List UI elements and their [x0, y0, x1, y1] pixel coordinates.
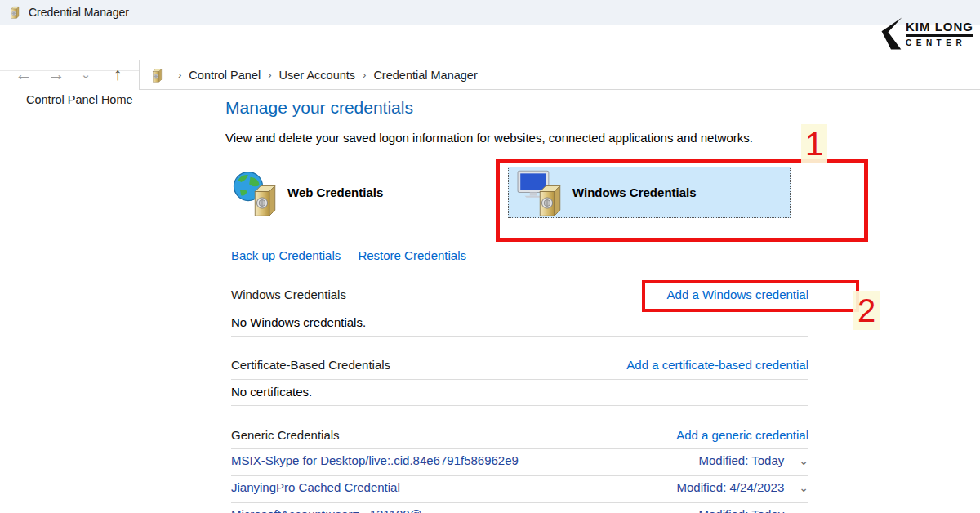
- add-certificate-credential-link[interactable]: Add a certificate-based credential: [626, 358, 808, 372]
- empty-message: No Windows credentials.: [231, 315, 366, 329]
- divider: [231, 405, 808, 406]
- tile-web-credentials[interactable]: Web Credentials: [232, 167, 383, 218]
- credential-modified: Modified: Today: [698, 507, 784, 513]
- web-credentials-icon: [232, 168, 281, 217]
- certificate-credentials-section-header: Certificate-Based Credentials Add a cert…: [231, 358, 808, 372]
- credential-name: MicrosoftAccount:user=...131100@...: [231, 507, 432, 513]
- credential-meta: Modified: Today ⌄: [698, 453, 808, 467]
- breadcrumb: › Control Panel › User Accounts › Creden…: [139, 60, 980, 90]
- logo-text: KIM LONG CENTER: [906, 20, 973, 47]
- vault-icon: [245, 183, 279, 217]
- back-icon[interactable]: ←: [10, 63, 38, 86]
- chevron-down-icon[interactable]: ⌄: [799, 481, 808, 494]
- breadcrumb-separator-icon: ›: [178, 69, 181, 81]
- credential-meta: Modified: Today ⌄: [698, 507, 808, 513]
- divider: [231, 448, 808, 449]
- navigation-toolbar: ← → ⌄ ↑ › Control Panel › User Accounts …: [0, 25, 980, 71]
- certificate-credentials-empty-row: No certificates.: [231, 385, 808, 399]
- breadcrumb-item-control-panel[interactable]: Control Panel: [189, 69, 261, 82]
- forward-icon[interactable]: →: [42, 63, 70, 86]
- annotation-box-2: [642, 280, 859, 312]
- annotation-step-2: 2: [853, 291, 880, 330]
- credential-manager-app-icon: [7, 6, 20, 19]
- credential-modified: Modified: Today: [698, 453, 784, 467]
- chevron-down-icon[interactable]: ⌄: [799, 508, 808, 513]
- credential-row-microsoft-account[interactable]: MicrosoftAccount:user=...131100@... Modi…: [231, 507, 808, 513]
- breadcrumb-separator-icon: ›: [363, 69, 366, 81]
- section-title: Certificate-Based Credentials: [231, 358, 390, 372]
- divider: [231, 336, 808, 337]
- tile-label: Web Credentials: [287, 185, 383, 199]
- add-generic-credential-link[interactable]: Add a generic credential: [676, 428, 808, 442]
- credential-manager-window: Credential Manager ← → ⌄ ↑ › Control Pan…: [0, 0, 980, 513]
- window-title: Credential Manager: [29, 6, 129, 19]
- credential-modified: Modified: 4/24/2023: [677, 480, 785, 494]
- kim-long-center-watermark: KIM LONG CENTER: [879, 16, 973, 51]
- credential-toolbar-links: Back up Credentials Restore Credentials: [231, 248, 480, 262]
- credential-name: MSIX-Skype for Desktop/live:.cid.84e6791…: [231, 453, 519, 467]
- backup-credentials-link[interactable]: Back up Credentials: [231, 248, 341, 262]
- backup-rest: ack up Credentials: [239, 248, 341, 262]
- credential-name: JianyingPro Cached Credential: [231, 480, 400, 494]
- annotation-step-1: 1: [801, 124, 827, 163]
- location-vault-icon[interactable]: [149, 68, 163, 83]
- divider: [231, 502, 808, 503]
- windows-credentials-empty-row: No Windows credentials.: [231, 315, 808, 329]
- section-title: Generic Credentials: [231, 428, 340, 442]
- titlebar: Credential Manager: [0, 0, 980, 25]
- breadcrumb-item-credential-manager[interactable]: Credential Manager: [373, 69, 477, 82]
- restore-accel: R: [358, 248, 367, 262]
- restore-rest: estore Credentials: [367, 248, 466, 262]
- restore-credentials-link[interactable]: Restore Credentials: [358, 248, 466, 262]
- nav-buttons: ← → ⌄ ↑: [10, 63, 131, 86]
- section-title: Windows Credentials: [231, 288, 346, 301]
- credential-row-jianyingpro[interactable]: JianyingPro Cached Credential Modified: …: [231, 480, 808, 494]
- breadcrumb-separator-icon: ›: [268, 69, 271, 81]
- credential-row-msix-skype[interactable]: MSIX-Skype for Desktop/live:.cid.84e6791…: [231, 453, 808, 467]
- up-icon[interactable]: ↑: [105, 63, 131, 86]
- page-description: View and delete your saved logon informa…: [225, 131, 753, 145]
- logo-line2: CENTER: [906, 37, 973, 47]
- breadcrumb-item-user-accounts[interactable]: User Accounts: [279, 69, 356, 82]
- divider: [231, 379, 808, 380]
- logo-line1: KIM LONG: [906, 20, 973, 37]
- sidebar-item-control-panel-home[interactable]: Control Panel Home: [26, 93, 133, 106]
- generic-credentials-section-header: Generic Credentials Add a generic creden…: [231, 428, 808, 442]
- page-title: Manage your credentials: [225, 98, 413, 118]
- divider: [231, 475, 808, 476]
- logo-chevron-icon: [879, 16, 903, 51]
- backup-accel: B: [231, 248, 239, 262]
- credential-meta: Modified: 4/24/2023 ⌄: [677, 480, 809, 494]
- empty-message: No certificates.: [231, 385, 312, 399]
- recent-locations-chevron-icon[interactable]: ⌄: [75, 63, 96, 86]
- annotation-box-1: [496, 159, 868, 242]
- chevron-down-icon[interactable]: ⌄: [799, 454, 808, 467]
